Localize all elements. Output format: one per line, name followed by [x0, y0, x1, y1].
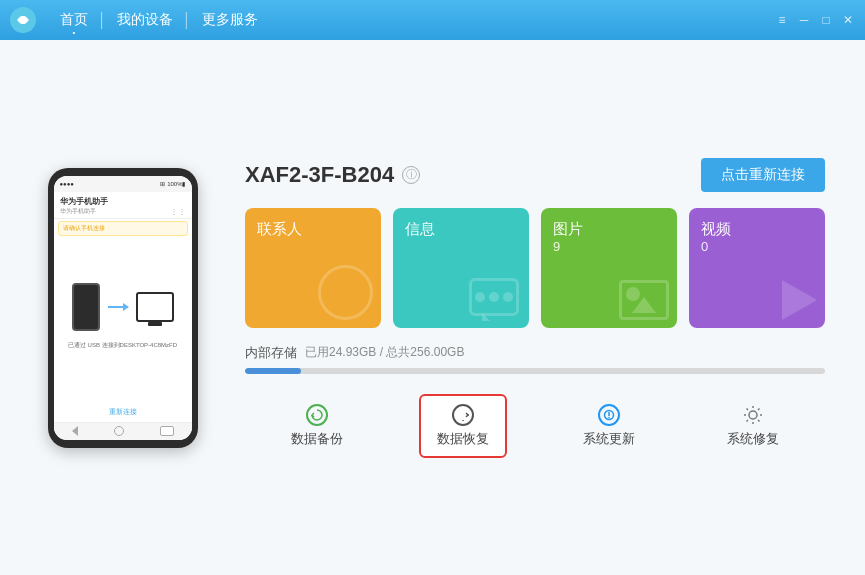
menu-button[interactable]: ≡	[775, 13, 789, 27]
close-button[interactable]: ✕	[841, 13, 855, 27]
info-icon[interactable]: ⓘ	[402, 166, 420, 184]
phone-container: ●●●● ⊞ 100%▮ 华为手机助手 华为手机助手 ⋮⋮ 请确认手机连接	[40, 168, 205, 448]
tile-messages-label: 信息	[405, 220, 517, 239]
backup-label: 数据备份	[291, 430, 343, 448]
nav-more-services[interactable]: 更多服务	[192, 11, 268, 29]
nav-my-device[interactable]: 我的设备	[107, 11, 183, 29]
backup-icon	[306, 404, 328, 426]
phone-status-bar: ●●●● ⊞ 100%▮	[54, 176, 192, 192]
photos-icon	[619, 280, 669, 320]
device-name-row: XAF2-3F-B204 ⓘ	[245, 162, 420, 188]
tile-photos-count: 9	[553, 239, 665, 254]
titlebar-controls: ≡ ─ □ ✕	[775, 13, 855, 27]
storage-label: 内部存储	[245, 344, 297, 362]
device-name: XAF2-3F-B204	[245, 162, 394, 188]
phone-icons-row	[72, 283, 174, 331]
connect-button[interactable]: 点击重新连接	[701, 158, 825, 192]
phone-open-button[interactable]: 重新连接	[109, 408, 137, 415]
tile-videos-label: 视频	[701, 220, 813, 239]
right-panel: XAF2-3F-B204 ⓘ 点击重新连接 联系人 信息	[245, 158, 825, 458]
device-header: XAF2-3F-B204 ⓘ 点击重新连接	[245, 158, 825, 192]
app-logo	[10, 7, 36, 33]
nav-home[interactable]: 首页	[50, 11, 98, 29]
phone-center-area: 已通过 USB 连接到DESKTOP-4C8MzFD	[54, 238, 192, 396]
phone-app-subtitle: 华为手机助手	[60, 207, 96, 216]
titlebar-left: 首页 │ 我的设备 │ 更多服务	[10, 7, 268, 33]
tile-photos-label: 图片	[553, 220, 665, 239]
phone-connection-text: 已通过 USB 连接到DESKTOP-4C8MzFD	[68, 341, 177, 350]
storage-detail: 已用24.93GB / 总共256.00GB	[305, 344, 464, 361]
action-backup[interactable]: 数据备份	[275, 396, 359, 456]
system-repair-icon	[742, 404, 764, 426]
main-content: ●●●● ⊞ 100%▮ 华为手机助手 华为手机助手 ⋮⋮ 请确认手机连接	[0, 40, 865, 575]
phone-screen: ●●●● ⊞ 100%▮ 华为手机助手 华为手机助手 ⋮⋮ 请确认手机连接	[54, 176, 192, 440]
messages-icon	[469, 278, 519, 316]
videos-icon	[782, 280, 817, 320]
phone-nav-recent	[160, 426, 174, 436]
phone-icon-monitor-graphic	[136, 292, 174, 322]
tile-videos[interactable]: 视频 0	[689, 208, 825, 328]
phone-bottom-nav	[54, 422, 192, 440]
svg-point-5	[749, 411, 757, 419]
phone-frame: ●●●● ⊞ 100%▮ 华为手机助手 华为手机助手 ⋮⋮ 请确认手机连接	[48, 168, 198, 448]
phone-warning: 请确认手机连接	[58, 221, 188, 236]
svg-point-4	[608, 416, 610, 418]
action-restore[interactable]: 数据恢复	[419, 394, 507, 458]
phone-app-header: 华为手机助手 华为手机助手 ⋮⋮	[54, 192, 192, 219]
phone-nav-home	[114, 426, 124, 436]
restore-label: 数据恢复	[437, 430, 489, 448]
storage-section: 内部存储 已用24.93GB / 总共256.00GB	[245, 344, 825, 374]
action-system-repair[interactable]: 系统修复	[711, 396, 795, 456]
titlebar: 首页 │ 我的设备 │ 更多服务 ≡ ─ □ ✕	[0, 0, 865, 40]
tiles-row: 联系人 信息 图片 9	[245, 208, 825, 328]
tile-contacts-label: 联系人	[257, 220, 369, 239]
tile-photos[interactable]: 图片 9	[541, 208, 677, 328]
maximize-button[interactable]: □	[819, 13, 833, 27]
system-update-icon	[598, 404, 620, 426]
tile-videos-count: 0	[701, 239, 813, 254]
system-repair-label: 系统修复	[727, 430, 779, 448]
restore-icon	[452, 404, 474, 426]
storage-bar-fill	[245, 368, 301, 374]
tile-contacts[interactable]: 联系人	[245, 208, 381, 328]
phone-icon-phone-graphic	[72, 283, 100, 331]
storage-bar-background	[245, 368, 825, 374]
connection-arrow	[108, 306, 128, 308]
svg-point-1	[19, 16, 27, 24]
phone-nav-back	[72, 426, 78, 436]
contacts-icon	[318, 265, 373, 320]
minimize-button[interactable]: ─	[797, 13, 811, 27]
system-update-label: 系统更新	[583, 430, 635, 448]
phone-app-title: 华为手机助手	[60, 196, 186, 207]
action-system-update[interactable]: 系统更新	[567, 396, 651, 456]
titlebar-nav: 首页 │ 我的设备 │ 更多服务	[50, 11, 268, 29]
tile-messages[interactable]: 信息	[393, 208, 529, 328]
actions-row: 数据备份 数据恢复	[245, 390, 825, 458]
